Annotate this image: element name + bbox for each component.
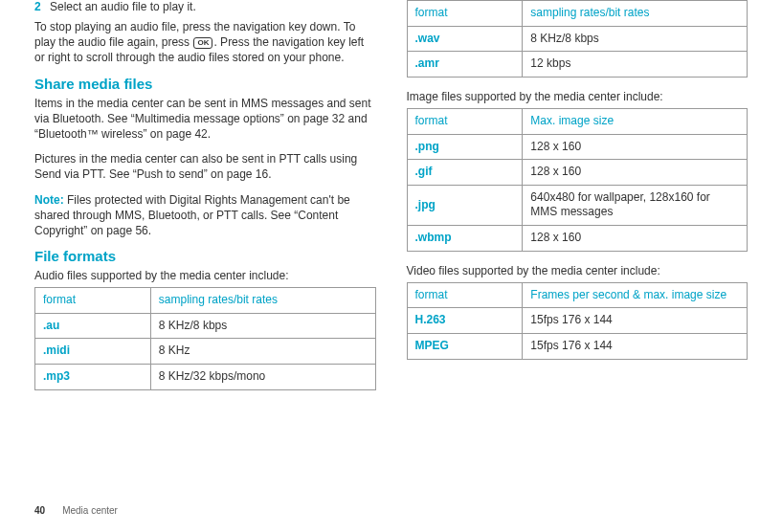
th-rates: sampling rates/bit rates (150, 288, 375, 314)
th-format: format (407, 1, 523, 27)
table-row: .gif 128 x 160 (407, 160, 748, 186)
table-row: .wav 8 KHz/8 kbps (407, 26, 748, 52)
page-body: 2 Select an audio file to play it. To st… (0, 0, 782, 501)
cell-value: 12 kbps (523, 52, 748, 78)
stop-paragraph: To stop playing an audio file, press the… (34, 19, 376, 66)
cell-value: 15fps 176 x 144 (523, 308, 748, 334)
cell-format: .mp3 (35, 365, 151, 390)
share-para-2: Pictures in the media center can also be… (34, 151, 376, 182)
table-header-row: format Max. image size (407, 108, 748, 134)
image-intro: Image files supported by the media cente… (407, 89, 748, 104)
page-number: 40 (34, 505, 45, 516)
cell-value: 640x480 for wallpaper, 128x160 for MMS m… (523, 185, 748, 225)
cell-format: .png (407, 134, 523, 160)
audio-intro: Audio files supported by the media cente… (34, 268, 376, 283)
table-row: .jpg 640x480 for wallpaper, 128x160 for … (407, 185, 748, 225)
table-row: H.263 15fps 176 x 144 (407, 308, 748, 334)
table-row: MPEG 15fps 176 x 144 (407, 333, 748, 359)
step-number: 2 (34, 0, 50, 13)
cell-value: 128 x 160 (523, 225, 748, 251)
right-column: format sampling rates/bit rates .wav 8 K… (391, 0, 764, 501)
cell-value: 8 KHz/32 kbps/mono (150, 365, 375, 390)
note-label: Note: (34, 193, 64, 207)
cell-format: .au (35, 313, 151, 339)
cell-format: .jpg (407, 185, 523, 225)
cell-value: 8 KHz/8 kbps (150, 313, 375, 339)
image-table: format Max. image size .png 128 x 160 .g… (407, 108, 748, 252)
cell-format: .wbmp (407, 225, 523, 251)
cell-format: .midi (35, 339, 151, 365)
table-header-row: format sampling rates/bit rates (407, 1, 748, 27)
th-format: format (407, 108, 523, 134)
audio-table-cont: format sampling rates/bit rates .wav 8 K… (407, 0, 748, 78)
table-header-row: format sampling rates/bit rates (35, 288, 376, 314)
th-fps: Frames per second & max. image size (523, 282, 748, 308)
table-row: .midi 8 KHz (35, 339, 376, 365)
th-format: format (35, 288, 151, 314)
ok-key-icon: OK (193, 37, 212, 49)
video-table: format Frames per second & max. image si… (407, 282, 748, 360)
audio-table: format sampling rates/bit rates .au 8 KH… (34, 287, 376, 389)
cell-value: 15fps 176 x 144 (523, 333, 748, 359)
table-row: .mp3 8 KHz/32 kbps/mono (35, 365, 376, 390)
th-rates: sampling rates/bit rates (523, 1, 748, 27)
note-text: Files protected with Digital Rights Mana… (34, 193, 350, 237)
cell-format: .wav (407, 26, 523, 52)
cell-value: 128 x 160 (523, 160, 748, 186)
step-text: Select an audio file to play it. (50, 0, 196, 13)
page-footer: 40 Media center (0, 501, 782, 520)
table-row: .au 8 KHz/8 kbps (35, 313, 376, 339)
cell-value: 128 x 160 (523, 134, 748, 160)
th-size: Max. image size (523, 108, 748, 134)
share-para-1: Items in the media center can be sent in… (34, 96, 376, 143)
table-row: .wbmp 128 x 160 (407, 225, 748, 251)
note-paragraph: Note: Files protected with Digital Right… (34, 192, 376, 239)
video-intro: Video files supported by the media cente… (407, 263, 748, 278)
table-header-row: format Frames per second & max. image si… (407, 282, 748, 308)
file-formats-heading: File formats (34, 248, 376, 264)
cell-value: 8 KHz/8 kbps (523, 26, 748, 52)
share-media-heading: Share media files (34, 76, 376, 92)
cell-format: H.263 (407, 308, 523, 334)
cell-format: .gif (407, 160, 523, 186)
table-row: .amr 12 kbps (407, 52, 748, 78)
step-row: 2 Select an audio file to play it. (34, 0, 376, 13)
cell-value: 8 KHz (150, 339, 375, 365)
left-column: 2 Select an audio file to play it. To st… (19, 0, 391, 501)
section-name: Media center (62, 505, 118, 516)
table-row: .png 128 x 160 (407, 134, 748, 160)
th-format: format (407, 282, 523, 308)
cell-format: MPEG (407, 333, 523, 359)
cell-format: .amr (407, 52, 523, 78)
